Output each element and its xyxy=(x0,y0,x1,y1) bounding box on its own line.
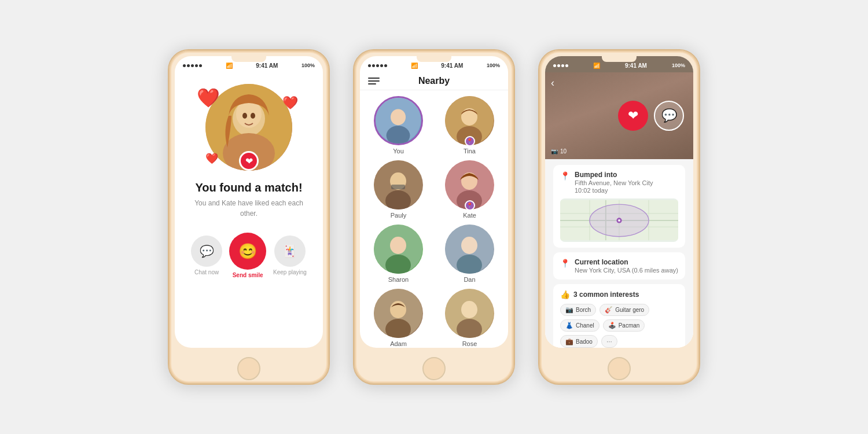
kate-label: Kate xyxy=(463,212,476,219)
svg-rect-15 xyxy=(391,185,405,189)
nearby-header: Nearby xyxy=(360,72,508,90)
profile-content: 📍 Bumped into Fifth Avenue, New York Cit… xyxy=(545,159,693,348)
signal-dots-3 xyxy=(553,64,568,67)
sharon-avatar[interactable] xyxy=(374,225,423,274)
dan-label: Dan xyxy=(464,276,475,283)
match-subtitle: You and Kate have liked each each other. xyxy=(186,198,311,219)
profile-header-image: ‹ 📷 10 ❤ 💬 xyxy=(545,72,693,159)
nearby-person-adam: Adam xyxy=(366,289,431,347)
phone-notch-3 xyxy=(602,56,637,62)
wifi-icon-3: 📶 xyxy=(593,62,600,69)
nearby-title: Nearby xyxy=(380,76,488,86)
phone-nearby: 📶 9:41 AM 100% Nearby xyxy=(353,49,515,385)
sharon-avatar-wrap xyxy=(374,225,423,274)
send-smile-button[interactable]: 😊 xyxy=(229,233,266,270)
keep-playing-label: Keep playing xyxy=(273,269,307,275)
svg-point-23 xyxy=(461,237,477,254)
you-avatar[interactable] xyxy=(374,96,423,145)
menu-icon[interactable] xyxy=(368,78,380,84)
like-button[interactable]: ❤ xyxy=(618,101,648,131)
nearby-person-sharon: Sharon xyxy=(366,225,431,283)
bumped-text: Bumped into Fifth Avenue, New York City … xyxy=(575,171,653,194)
interests-icon: 👍 xyxy=(560,290,570,299)
location-value: New York City, USA (0.6 miles away) xyxy=(575,267,678,274)
interests-more[interactable]: ··· xyxy=(601,335,617,348)
tina-avatar-wrap: 📍 xyxy=(445,96,494,145)
phone-home-button[interactable] xyxy=(237,357,260,380)
phone-home-button-2[interactable] xyxy=(422,357,446,380)
rose-avatar[interactable] xyxy=(445,289,494,338)
phone-profile: 📶 9:41 AM 100% ‹ 📷 10 ❤ 💬 xyxy=(538,49,700,385)
profile-action-buttons: ❤ 💬 xyxy=(618,101,684,131)
nearby-person-tina: 📍 Tina xyxy=(437,96,502,155)
guitar-label: Guitar gero xyxy=(615,307,644,313)
phone-inner-profile: 📶 9:41 AM 100% ‹ 📷 10 ❤ 💬 xyxy=(545,56,693,348)
bumped-location-icon: 📍 xyxy=(560,171,570,181)
location-row: 📍 Current location New York City, USA (0… xyxy=(560,258,678,274)
pauly-avatar[interactable] xyxy=(374,160,423,209)
match-avatar-wrap: ❤️ ❤️ ❤️ xyxy=(205,84,292,171)
action-group-keep: 🃏 Keep playing xyxy=(273,236,307,275)
keep-playing-button[interactable]: 🃏 xyxy=(274,236,306,267)
kate-pin: 📍 xyxy=(465,200,475,211)
phone-inner-nearby: 📶 9:41 AM 100% Nearby xyxy=(360,56,508,348)
camera-icon: 📷 xyxy=(551,148,558,155)
photo-count: 📷 10 xyxy=(551,148,567,155)
location-text: Current location New York City, USA (0.6… xyxy=(575,258,678,274)
adam-avatar[interactable] xyxy=(374,289,423,338)
nearby-person-you: You xyxy=(366,96,431,155)
interest-pacman[interactable]: 🕹️ Pacman xyxy=(603,319,645,332)
location-icon: 📍 xyxy=(560,259,570,268)
interest-badoo[interactable]: 💼 Badoo xyxy=(560,335,598,348)
action-group-smile: 😊 Send smile xyxy=(229,233,266,278)
chat-button[interactable]: 💬 xyxy=(654,101,684,131)
signal-dots xyxy=(183,64,202,67)
pauly-label: Pauly xyxy=(391,212,407,219)
battery-display-3: 100% xyxy=(672,62,685,68)
svg-point-10 xyxy=(461,108,477,126)
location-label: Current location xyxy=(575,258,678,266)
rose-label: Rose xyxy=(462,340,477,347)
chanel-label: Chanel xyxy=(576,322,594,329)
svg-point-5 xyxy=(251,113,255,119)
bumped-location: Fifth Avenue, New York City xyxy=(575,179,653,186)
match-actions: 💬 Chat now 😊 Send smile 🃏 Keep playing xyxy=(191,233,307,278)
svg-point-20 xyxy=(390,237,406,254)
phone-inner-match: 📶 9:41 AM 100% ❤️ ❤️ ❤️ xyxy=(175,56,323,348)
heart-decoration-tr: ❤️ xyxy=(282,95,298,111)
nearby-grid: You 📍 xyxy=(360,90,508,348)
interest-chanel[interactable]: 👗 Chanel xyxy=(560,319,599,332)
dan-avatar[interactable] xyxy=(445,225,494,274)
action-group-chat: 💬 Chat now xyxy=(191,236,222,275)
interests-title: 👍 3 common interests xyxy=(560,290,678,299)
bumped-into-section: 📍 Bumped into Fifth Avenue, New York Cit… xyxy=(553,165,685,248)
rose-avatar-wrap xyxy=(445,289,494,338)
svg-point-4 xyxy=(242,113,247,119)
profile-screen: ‹ 📷 10 ❤ 💬 📍 Bumped into xyxy=(545,72,693,348)
phone-home-button-3[interactable] xyxy=(608,357,631,380)
svg-point-7 xyxy=(391,109,406,126)
bumped-label: Bumped into xyxy=(575,171,653,179)
signal-dots-2 xyxy=(368,64,387,67)
nearby-person-pauly: Pauly xyxy=(366,160,431,219)
adam-label: Adam xyxy=(390,340,407,347)
current-location-section: 📍 Current location New York City, USA (0… xyxy=(553,252,685,279)
chat-now-button[interactable]: 💬 xyxy=(191,236,222,267)
svg-point-29 xyxy=(461,301,477,318)
guitar-icon: 🎸 xyxy=(605,306,613,314)
back-button[interactable]: ‹ xyxy=(551,77,554,89)
svg-point-47 xyxy=(618,219,620,222)
time-display: 9:41 AM xyxy=(256,62,278,69)
dan-avatar-wrap xyxy=(445,225,494,274)
interest-borch[interactable]: 📷 Borch xyxy=(560,304,596,316)
you-label: You xyxy=(393,148,404,155)
nearby-person-dan: Dan xyxy=(437,225,502,283)
nearby-screen: Nearby You xyxy=(360,72,508,348)
pacman-icon: 🕹️ xyxy=(608,322,616,329)
time-display-3: 9:41 AM xyxy=(625,62,647,69)
chat-now-label: Chat now xyxy=(194,269,219,275)
interests-label: 3 common interests xyxy=(573,290,639,299)
match-heart-badge: ❤ xyxy=(239,151,259,171)
interest-guitar[interactable]: 🎸 Guitar gero xyxy=(599,304,649,316)
tina-pin: 📍 xyxy=(465,136,475,146)
